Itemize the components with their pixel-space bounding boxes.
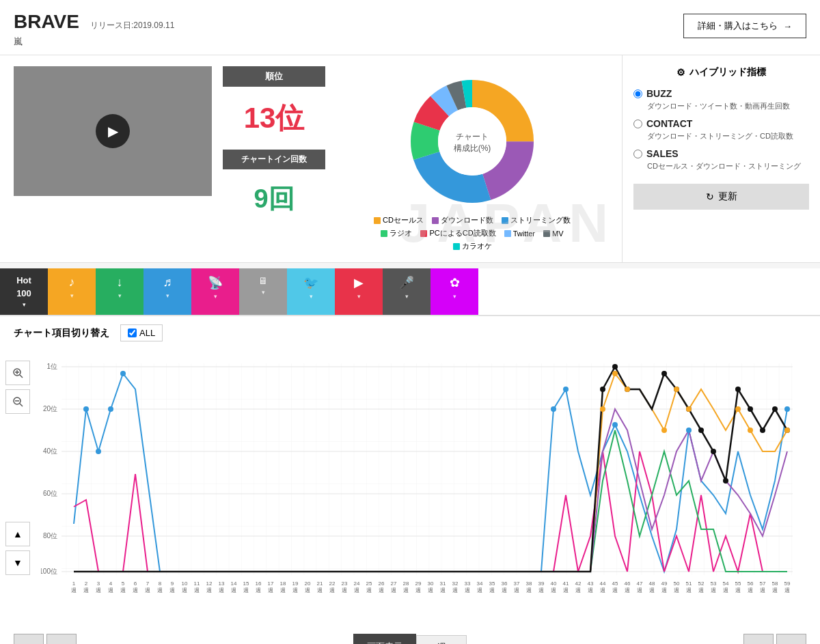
svg-text:80位: 80位 xyxy=(43,532,57,540)
svg-point-53 xyxy=(600,406,605,412)
svg-text:週: 週 xyxy=(735,587,741,593)
svg-text:週: 週 xyxy=(145,587,150,593)
zoom-in-button[interactable] xyxy=(5,361,30,385)
first-page-button[interactable]: « xyxy=(14,634,44,644)
tab-twitter[interactable]: 🐦 ▾ xyxy=(287,268,335,315)
svg-text:38: 38 xyxy=(526,580,532,587)
svg-text:37: 37 xyxy=(514,580,520,587)
svg-point-31 xyxy=(612,364,618,369)
svg-point-41 xyxy=(760,428,765,433)
scroll-down-button[interactable]: ▼ xyxy=(5,550,30,575)
svg-point-57 xyxy=(674,387,679,392)
legend-label: ストリーミング数 xyxy=(510,215,571,225)
chart-section: Hot 100 ▾ ♪ ▾ ↓ ▾ ♬ ▾ 📡 ▾ 🖥 ▾ 🐦 ▾ ▶ xyxy=(0,268,820,623)
legend-label: ラジオ xyxy=(390,228,412,238)
release-date: リリース日:2019.09.11 xyxy=(90,20,174,31)
refresh-icon: ↻ xyxy=(706,191,714,202)
svg-text:週: 週 xyxy=(256,587,261,593)
legend-label: PCによるCD読取数 xyxy=(429,228,495,238)
svg-point-54 xyxy=(612,371,618,376)
svg-text:60位: 60位 xyxy=(43,490,57,497)
last-page-button[interactable]: » xyxy=(776,634,806,644)
buzz-desc: ダウンロード・ツイート数・動画再生回数 xyxy=(647,101,809,111)
sales-option[interactable]: SALES CDセールス・ダウンロード・ストリーミング xyxy=(633,148,809,171)
next-page-button[interactable]: › xyxy=(743,634,774,644)
legend-download: ダウンロード数 xyxy=(432,215,493,225)
svg-text:55: 55 xyxy=(735,580,741,587)
svg-text:46: 46 xyxy=(625,580,631,587)
legend-radio: ラジオ xyxy=(381,228,412,238)
svg-rect-17 xyxy=(62,363,793,575)
legend-pc-cd: PCによるCD読取数 xyxy=(420,228,495,238)
svg-point-49 xyxy=(563,387,569,392)
tab-download[interactable]: ↓ ▾ xyxy=(96,268,144,315)
svg-text:週: 週 xyxy=(96,587,101,593)
scroll-up-button[interactable]: ▲ xyxy=(5,522,30,546)
tab-streaming[interactable]: ♬ ▾ xyxy=(144,268,191,315)
svg-point-30 xyxy=(600,387,605,392)
hybrid-title: ⚙ ハイブリッド指標 xyxy=(633,66,809,79)
contact-radio[interactable] xyxy=(633,120,642,128)
svg-text:週: 週 xyxy=(686,587,692,593)
svg-text:1位: 1位 xyxy=(46,363,57,370)
tab-pc-cd[interactable]: 🖥 ▾ xyxy=(239,268,287,315)
donut-chart: チャート 構成比(%) xyxy=(404,73,541,210)
legend-label: ダウンロード数 xyxy=(441,215,493,225)
display-button[interactable]: 画面表示 xyxy=(353,634,416,644)
svg-text:週: 週 xyxy=(133,587,138,593)
sales-radio[interactable] xyxy=(633,150,642,158)
svg-text:27: 27 xyxy=(391,580,397,587)
svg-text:週: 週 xyxy=(440,587,446,593)
svg-text:11: 11 xyxy=(194,580,200,587)
svg-text:40位: 40位 xyxy=(43,447,57,455)
detail-button[interactable]: 詳細・購入はこちら → xyxy=(683,14,806,38)
contact-option[interactable]: CONTACT ダウンロード・ストリーミング・CD読取数 xyxy=(633,118,809,141)
svg-text:週: 週 xyxy=(169,587,175,593)
svg-text:52: 52 xyxy=(698,580,705,587)
legend-label: MV xyxy=(552,229,564,238)
all-check-input[interactable] xyxy=(128,328,137,337)
svg-text:57: 57 xyxy=(760,580,766,587)
graph-area: ▲ ▼ 1位 20位 40位 60位 80位 100位 xyxy=(0,350,820,623)
chart-controls: チャート項目切り替え ALL xyxy=(0,316,820,350)
tab-radio[interactable]: 📡 ▾ xyxy=(191,268,239,315)
chart-in-value: 9回 xyxy=(223,176,325,222)
tab-mv[interactable]: ▶ ▾ xyxy=(335,268,383,315)
buzz-option[interactable]: BUZZ ダウンロード・ツイート数・動画再生回数 xyxy=(633,88,809,111)
svg-text:47: 47 xyxy=(637,580,643,587)
svg-text:週: 週 xyxy=(71,587,77,593)
svg-text:36: 36 xyxy=(502,580,508,587)
svg-text:12: 12 xyxy=(206,580,213,587)
tab-karaoke[interactable]: 🎤 ▾ xyxy=(383,268,430,315)
update-button[interactable]: ↻ 更新 xyxy=(633,184,809,210)
svg-point-46 xyxy=(108,406,113,412)
svg-point-36 xyxy=(698,428,704,433)
svg-text:週: 週 xyxy=(649,587,655,593)
svg-text:週: 週 xyxy=(157,587,163,593)
svg-text:42: 42 xyxy=(575,580,582,587)
contact-desc: ダウンロード・ストリーミング・CD読取数 xyxy=(647,131,809,141)
svg-text:7: 7 xyxy=(146,580,150,587)
all-checkbox[interactable]: ALL xyxy=(120,324,163,341)
tab-hot100[interactable]: Hot 100 ▾ xyxy=(0,268,48,315)
svg-text:週: 週 xyxy=(342,587,347,593)
svg-point-45 xyxy=(96,449,101,454)
svg-text:週: 週 xyxy=(292,587,298,593)
video-thumbnail[interactable]: ▶ xyxy=(14,66,212,196)
right-panel: ⚙ ハイブリッド指標 BUZZ ダウンロード・ツイート数・動画再生回数 CONT… xyxy=(622,55,820,262)
svg-text:100位: 100位 xyxy=(41,568,57,575)
rank-value: 13位 xyxy=(223,94,325,143)
svg-text:49: 49 xyxy=(661,580,668,587)
legend-karaoke: カラオケ xyxy=(453,241,492,251)
zoom-out-button[interactable] xyxy=(5,389,30,414)
svg-text:週: 週 xyxy=(329,587,335,593)
tab-cd-sales[interactable]: ♪ ▾ xyxy=(48,268,96,315)
svg-text:週: 週 xyxy=(551,587,556,593)
tab-extra[interactable]: ✿ ▾ xyxy=(430,268,478,315)
play-button[interactable]: ▶ xyxy=(96,114,130,148)
prev-page-button[interactable]: ‹ xyxy=(46,634,77,644)
svg-text:19: 19 xyxy=(292,580,299,587)
buzz-radio[interactable] xyxy=(633,89,642,98)
week-select[interactable]: 60週 30週 20週 10週 xyxy=(416,635,467,645)
svg-point-52 xyxy=(784,406,790,412)
